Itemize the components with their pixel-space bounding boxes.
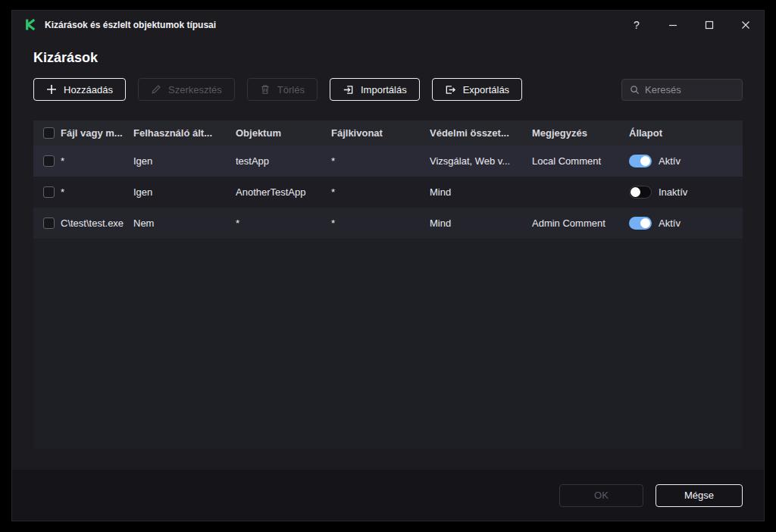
row-checkbox-cell — [33, 186, 61, 198]
column-header-hash[interactable]: Fájlkivonat — [331, 127, 430, 139]
table-row[interactable]: C\test\test.exe Nem * * Mind Admin Comme… — [33, 208, 743, 239]
toolbar: Hozzáadás Szerkesztés Törlés Importálás — [33, 78, 743, 101]
search-icon — [630, 85, 640, 95]
cell-user: Igen — [133, 186, 236, 198]
column-header-user[interactable]: Felhasználó ált... — [133, 127, 236, 139]
column-header-object[interactable]: Objektum — [236, 127, 331, 139]
cell-comment: Local Comment — [532, 155, 629, 167]
edit-button-label: Szerkesztés — [168, 84, 222, 95]
titlebar: Kizárások és észlelt objektumok típusai … — [12, 11, 764, 39]
status-toggle[interactable] — [629, 155, 652, 167]
cell-path: * — [61, 155, 133, 167]
ok-button[interactable]: OK — [559, 484, 643, 507]
add-button-label: Hozzáadás — [64, 84, 113, 95]
delete-button-label: Törlés — [277, 84, 305, 95]
trash-icon — [260, 84, 271, 95]
column-header-comment[interactable]: Megjegyzés — [532, 127, 629, 139]
status-label: Inaktív — [659, 186, 687, 198]
minimize-button[interactable] — [655, 11, 691, 39]
row-checkbox[interactable] — [43, 155, 55, 167]
maximize-button[interactable] — [691, 11, 728, 39]
exclusions-table: Fájl vagy m... Felhasználó ált... Objekt… — [33, 120, 743, 449]
search-box — [621, 79, 743, 101]
column-header-components[interactable]: Védelmi összet... — [430, 127, 532, 139]
add-button[interactable]: Hozzáadás — [33, 78, 126, 101]
import-button[interactable]: Importálás — [330, 78, 420, 101]
close-button[interactable] — [728, 11, 764, 39]
cell-components: Vizsgálat, Web v... — [430, 155, 532, 167]
table-header: Fájl vagy m... Felhasználó ált... Objekt… — [33, 120, 743, 146]
row-checkbox[interactable] — [43, 217, 55, 229]
plus-icon — [46, 84, 57, 95]
search-input[interactable] — [645, 84, 734, 95]
table-row[interactable]: * Igen AnotherTestApp * Mind Inaktív — [33, 177, 743, 208]
kaspersky-logo-icon — [24, 18, 37, 31]
cell-object: * — [236, 217, 331, 229]
column-header-status[interactable]: Állapot — [629, 127, 729, 139]
cell-hash: * — [331, 217, 430, 229]
footer: OK Mégse — [12, 470, 764, 521]
cell-status: Inaktív — [629, 186, 729, 199]
pencil-icon — [151, 84, 161, 95]
cell-status: Aktív — [629, 217, 729, 230]
row-checkbox-cell — [33, 217, 61, 229]
import-button-label: Importálás — [361, 84, 407, 95]
cell-user: Nem — [133, 217, 236, 229]
cancel-button[interactable]: Mégse — [656, 484, 743, 507]
cell-path: C\test\test.exe — [61, 217, 133, 229]
edit-button[interactable]: Szerkesztés — [138, 78, 235, 101]
cell-object: testApp — [236, 155, 331, 167]
table-row[interactable]: * Igen testApp * Vizsgálat, Web v... Loc… — [33, 146, 743, 177]
export-icon — [445, 84, 456, 95]
cell-path: * — [61, 186, 133, 198]
cell-status: Aktív — [629, 155, 729, 167]
row-checkbox-cell — [33, 155, 61, 167]
window-title: Kizárások és észlelt objektumok típusai — [45, 20, 216, 30]
export-button-label: Exportálás — [463, 84, 509, 95]
help-button[interactable]: ? — [618, 11, 655, 39]
status-label: Aktív — [659, 155, 681, 167]
cell-object: AnotherTestApp — [236, 186, 331, 198]
delete-button[interactable]: Törlés — [247, 78, 318, 101]
app-window: Kizárások és észlelt objektumok típusai … — [12, 11, 764, 521]
column-header-path[interactable]: Fájl vagy m... — [61, 127, 133, 139]
select-all-cell — [33, 127, 61, 139]
status-label: Aktív — [659, 217, 681, 229]
page-title: Kizárások — [33, 49, 743, 66]
status-toggle[interactable] — [629, 217, 652, 230]
content-area: Kizárások Hozzáadás Szerkesztés Törlés — [12, 39, 764, 470]
cell-hash: * — [331, 155, 430, 167]
cell-comment: Admin Comment — [532, 217, 629, 229]
cell-hash: * — [331, 186, 430, 198]
cell-components: Mind — [430, 186, 532, 198]
export-button[interactable]: Exportálás — [432, 78, 522, 101]
window-controls: ? — [618, 11, 764, 39]
select-all-checkbox[interactable] — [43, 127, 55, 139]
cell-components: Mind — [430, 217, 532, 229]
status-toggle[interactable] — [629, 186, 652, 199]
import-icon — [343, 84, 354, 95]
row-checkbox[interactable] — [43, 186, 55, 198]
cell-user: Igen — [133, 155, 236, 167]
